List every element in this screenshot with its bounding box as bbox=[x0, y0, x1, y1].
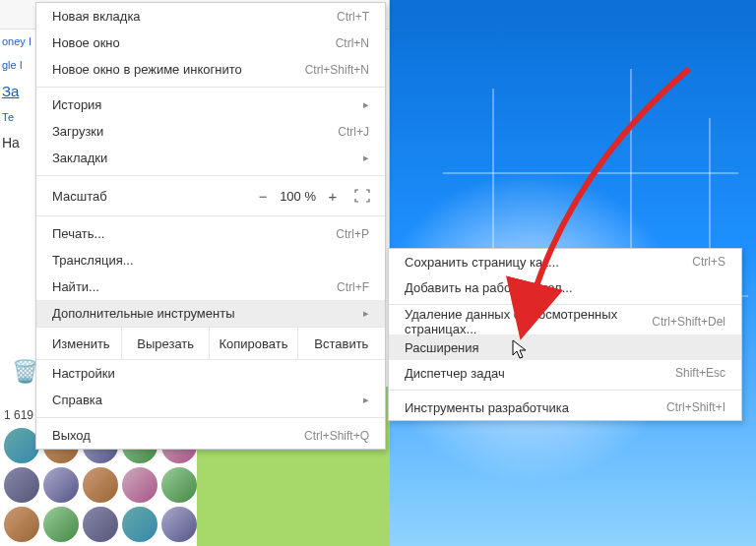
menu-item-настройки[interactable]: Настройки bbox=[36, 360, 385, 387]
menu-item-закладки[interactable]: Закладки▸ bbox=[36, 145, 385, 171]
avatar[interactable] bbox=[161, 507, 197, 542]
menu-item-найти[interactable]: Найти...Ctrl+F bbox=[36, 273, 385, 300]
menu-group: Печать...Ctrl+PТрансляция...Найти...Ctrl… bbox=[36, 220, 385, 327]
avatar[interactable] bbox=[4, 428, 39, 463]
menu-item-трансляция[interactable]: Трансляция... bbox=[36, 247, 385, 273]
menu-separator bbox=[389, 390, 741, 391]
menu-item-label: Новое окно bbox=[52, 35, 120, 50]
menu-item-диспетчер-задач[interactable]: Диспетчер задачShift+Esc bbox=[389, 360, 741, 386]
menu-group: НастройкиСправка▸ bbox=[36, 360, 385, 413]
menu-item-shortcut: Ctrl+P bbox=[336, 227, 369, 241]
menu-item-инструменты-разработчика[interactable]: Инструменты разработчикаCtrl+Shift+I bbox=[389, 394, 741, 420]
more-tools-submenu: Сохранить страницу как...Ctrl+SДобавить … bbox=[388, 248, 742, 421]
avatar[interactable] bbox=[4, 467, 39, 503]
paste-button[interactable]: Вставить bbox=[297, 328, 385, 359]
copy-button[interactable]: Копировать bbox=[209, 328, 296, 359]
menu-item-shortcut: Ctrl+S bbox=[692, 255, 725, 269]
menu-item-zoom: Масштаб − 100 % + bbox=[36, 180, 385, 212]
menu-edit-row: Изменить Вырезать Копировать Вставить bbox=[36, 327, 385, 360]
avatar[interactable] bbox=[83, 507, 118, 542]
submenu-arrow-icon: ▸ bbox=[363, 152, 369, 164]
menu-item-label: Выход bbox=[52, 428, 91, 443]
menu-item-label: Найти... bbox=[52, 279, 99, 294]
menu-separator bbox=[36, 175, 385, 176]
zoom-label: Масштаб bbox=[52, 189, 252, 204]
avatar[interactable] bbox=[161, 467, 197, 503]
menu-item-shortcut: Ctrl+Shift+N bbox=[305, 63, 369, 77]
menu-item-shortcut: Ctrl+N bbox=[336, 36, 369, 50]
menu-item-label: История bbox=[52, 97, 101, 112]
menu-item-label: Новая вкладка bbox=[52, 9, 141, 24]
cut-button[interactable]: Вырезать bbox=[121, 328, 209, 359]
menu-separator bbox=[36, 87, 385, 88]
submenu-arrow-icon: ▸ bbox=[363, 307, 369, 320]
mouse-cursor-icon bbox=[512, 339, 530, 361]
menu-item-новая-вкладка[interactable]: Новая вкладкаCtrl+T bbox=[36, 3, 385, 30]
submenu-arrow-icon: ▸ bbox=[363, 98, 369, 111]
menu-item-справка[interactable]: Справка▸ bbox=[36, 387, 385, 413]
menu-item-печать[interactable]: Печать...Ctrl+P bbox=[36, 220, 385, 247]
menu-item-расширения[interactable]: Расширения bbox=[389, 334, 741, 360]
menu-item-shortcut: Ctrl+Shift+I bbox=[666, 400, 725, 414]
submenu-group: Инструменты разработчикаCtrl+Shift+I bbox=[389, 394, 741, 420]
menu-item-label: Закладки bbox=[52, 151, 107, 165]
menu-item-shortcut: Ctrl+T bbox=[337, 10, 369, 24]
menu-item-exit[interactable]: Выход Ctrl+Shift+Q bbox=[36, 422, 385, 449]
menu-item-сохранить-страницу-как[interactable]: Сохранить страницу как...Ctrl+S bbox=[389, 249, 741, 274]
zoom-value: 100 % bbox=[280, 189, 316, 204]
menu-item-удаление-данных-о-просмотренны[interactable]: Удаление данных о просмотренных страница… bbox=[389, 309, 741, 334]
fullscreen-icon[interactable] bbox=[349, 185, 375, 207]
avatar[interactable] bbox=[122, 467, 158, 503]
menu-separator bbox=[389, 304, 741, 305]
avatar[interactable] bbox=[4, 507, 39, 542]
menu-item-label: Новое окно в режиме инкогнито bbox=[52, 62, 242, 77]
avatar[interactable] bbox=[43, 467, 79, 503]
menu-separator bbox=[36, 417, 385, 418]
menu-item-label: Загрузки bbox=[52, 124, 103, 139]
menu-item-shortcut: Ctrl+Shift+Del bbox=[652, 315, 725, 329]
menu-item-label: Инструменты разработчика bbox=[405, 400, 569, 415]
edit-label: Изменить bbox=[36, 328, 121, 359]
menu-item-shortcut: Ctrl+Shift+Q bbox=[304, 429, 369, 443]
menu-item-shortcut: Ctrl+F bbox=[337, 280, 369, 294]
menu-item-label: Дополнительные инструменты bbox=[52, 306, 235, 321]
submenu-group: Сохранить страницу как...Ctrl+SДобавить … bbox=[389, 249, 741, 300]
menu-item-история[interactable]: История▸ bbox=[36, 91, 385, 118]
zoom-in-button[interactable]: + bbox=[322, 185, 344, 207]
menu-item-добавить-на-рабочий-стол[interactable]: Добавить на рабочий стол... bbox=[389, 274, 741, 300]
menu-item-shortcut: Ctrl+J bbox=[338, 125, 369, 139]
menu-item-label: Добавить на рабочий стол... bbox=[405, 280, 573, 295]
zoom-out-button[interactable]: − bbox=[252, 185, 274, 207]
menu-item-label: Справка bbox=[52, 393, 102, 407]
menu-item-дополнительные-инструменты[interactable]: Дополнительные инструменты▸ bbox=[36, 300, 385, 327]
menu-item-label: Сохранить страницу как... bbox=[405, 255, 559, 270]
menu-item-label: Расширения bbox=[405, 340, 479, 355]
menu-group: Новая вкладкаCtrl+TНовое окноCtrl+NНовое… bbox=[36, 3, 385, 83]
menu-item-загрузки[interactable]: ЗагрузкиCtrl+J bbox=[36, 118, 385, 145]
menu-item-label: Настройки bbox=[52, 366, 115, 381]
menu-item-label: Трансляция... bbox=[52, 253, 134, 268]
submenu-group: Удаление данных о просмотренных страница… bbox=[389, 309, 741, 386]
menu-item-label: Удаление данных о просмотренных страница… bbox=[405, 307, 652, 336]
menu-item-новое-окно[interactable]: Новое окноCtrl+N bbox=[36, 30, 385, 56]
menu-item-label: Печать... bbox=[52, 226, 104, 241]
menu-item-label: Диспетчер задач bbox=[405, 366, 505, 381]
submenu-arrow-icon: ▸ bbox=[363, 394, 369, 406]
menu-separator bbox=[36, 215, 385, 216]
menu-group: История▸ЗагрузкиCtrl+JЗакладки▸ bbox=[36, 91, 385, 171]
trash-icon[interactable]: 🗑️ bbox=[12, 359, 38, 385]
menu-item-новое-окно-в-режиме-инкогнито[interactable]: Новое окно в режиме инкогнитоCtrl+Shift+… bbox=[36, 56, 385, 83]
menu-item-shortcut: Shift+Esc bbox=[675, 366, 725, 380]
avatar[interactable] bbox=[43, 507, 79, 542]
avatar[interactable] bbox=[83, 467, 118, 503]
chrome-main-menu: Новая вкладкаCtrl+TНовое окноCtrl+NНовое… bbox=[35, 2, 386, 450]
avatar[interactable] bbox=[122, 507, 158, 542]
